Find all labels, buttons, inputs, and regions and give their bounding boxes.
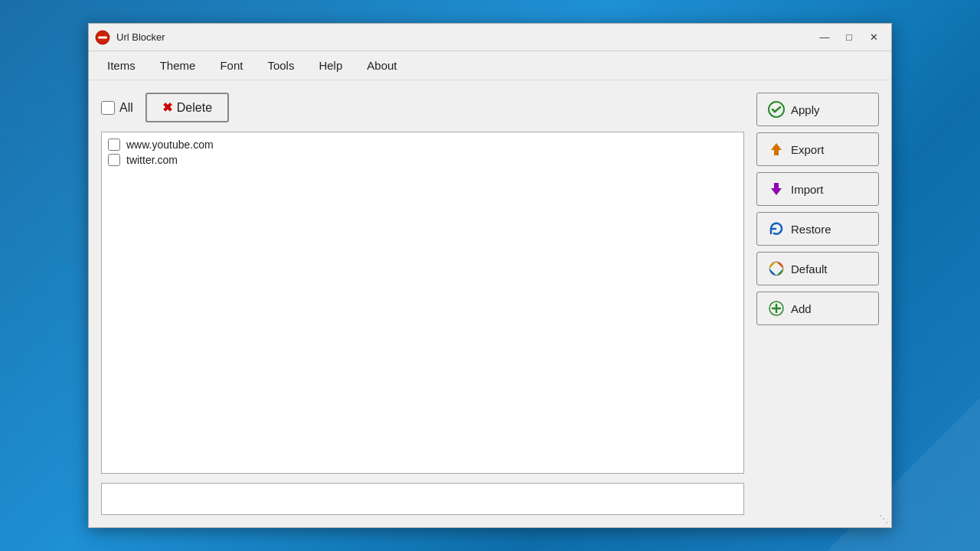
add-button[interactable]: Add xyxy=(756,292,879,325)
delete-button[interactable]: ✖ Delete xyxy=(145,93,229,122)
menu-tools[interactable]: Tools xyxy=(255,54,306,77)
menu-bar: Items Theme Font Tools Help About xyxy=(89,51,891,80)
apply-label: Apply xyxy=(791,103,820,116)
left-panel: All ✖ Delete www.youtube.com twitter.com xyxy=(101,93,744,515)
export-button[interactable]: Export xyxy=(756,132,879,166)
delete-icon: ✖ xyxy=(162,100,172,115)
svg-marker-4 xyxy=(771,183,782,195)
svg-rect-1 xyxy=(98,36,107,38)
right-panel: Apply Export Import xyxy=(756,93,879,515)
main-content: All ✖ Delete www.youtube.com twitter.com xyxy=(89,80,891,527)
add-label: Add xyxy=(791,302,812,315)
add-url-input[interactable] xyxy=(101,483,744,515)
url-item-0: www.youtube.com xyxy=(108,139,737,151)
minimize-button[interactable]: — xyxy=(813,28,836,47)
restore-label: Restore xyxy=(791,223,831,236)
title-bar: Url Blocker — □ ✕ xyxy=(89,24,891,51)
url-text-0: www.youtube.com xyxy=(126,139,214,151)
menu-font[interactable]: Font xyxy=(207,54,255,77)
window-controls: — □ ✕ xyxy=(813,28,885,47)
export-icon xyxy=(768,141,785,158)
default-icon xyxy=(768,260,785,277)
maximize-button[interactable]: □ xyxy=(838,28,861,47)
app-icon xyxy=(95,30,110,45)
url-item-1: twitter.com xyxy=(108,154,737,166)
menu-help[interactable]: Help xyxy=(306,54,354,77)
restore-icon xyxy=(768,220,785,237)
delete-label: Delete xyxy=(177,101,212,115)
apply-button[interactable]: Apply xyxy=(756,93,879,126)
import-label: Import xyxy=(791,183,824,196)
resize-grip: ⋱ xyxy=(879,514,888,524)
import-button[interactable]: Import xyxy=(756,172,879,206)
all-checkbox-wrapper: All xyxy=(101,101,133,115)
url-list-box: www.youtube.com twitter.com xyxy=(101,132,744,474)
menu-about[interactable]: About xyxy=(354,54,409,77)
add-icon xyxy=(768,300,785,317)
apply-icon xyxy=(768,101,785,118)
url-text-1: twitter.com xyxy=(126,154,178,166)
close-button[interactable]: ✕ xyxy=(862,28,885,47)
import-icon xyxy=(768,181,785,197)
export-label: Export xyxy=(791,143,824,156)
application-window: Url Blocker — □ ✕ Items Theme Font Tools… xyxy=(88,23,892,528)
all-label: All xyxy=(119,101,133,115)
url-checkbox-0[interactable] xyxy=(108,139,120,151)
menu-items[interactable]: Items xyxy=(95,54,148,77)
default-label: Default xyxy=(791,262,828,276)
menu-theme[interactable]: Theme xyxy=(148,54,208,77)
default-button[interactable]: Default xyxy=(756,252,879,285)
url-checkbox-1[interactable] xyxy=(108,154,120,166)
window-title: Url Blocker xyxy=(116,31,813,43)
restore-button[interactable]: Restore xyxy=(756,212,879,246)
all-checkbox[interactable] xyxy=(101,101,115,115)
toolbar-row: All ✖ Delete xyxy=(101,93,744,122)
svg-marker-3 xyxy=(771,143,782,155)
